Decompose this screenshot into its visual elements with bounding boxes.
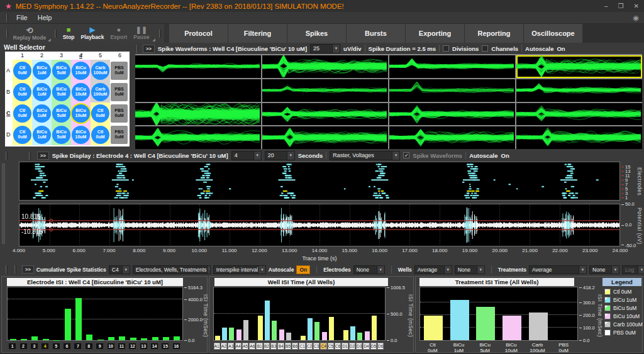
well-row-header[interactable]: C [6,110,11,116]
waveform-cell-12[interactable] [516,103,642,126]
autoscale-value[interactable]: On [557,45,565,52]
waveform-cell-1[interactable] [135,55,261,78]
well-column-header[interactable]: 2 [32,52,52,58]
wells-err-select[interactable]: None▼ [455,265,485,274]
stats-well-select[interactable]: C4▼ [109,265,130,274]
well-D2[interactable]: BiCu1uM [33,126,51,144]
well-D6[interactable]: PBS0uM [111,126,128,144]
waveform-cell-6[interactable] [262,79,388,102]
well-A2[interactable]: BiCu1uM [33,62,51,80]
well-row-header[interactable]: B [6,89,10,95]
log-select[interactable]: Log▼ [622,265,644,274]
well-isi-category-B4[interactable]: B4 [277,343,284,350]
electrode-isi-category-9[interactable]: 9 [96,343,104,350]
stats-grouping-select[interactable]: Electrodes, Wells, Treatments▼ [133,265,211,274]
well-column-header[interactable]: 4 [71,52,91,58]
toolbar-drag-handle[interactable] [6,30,8,38]
divisions-checkbox[interactable] [443,45,449,52]
electrode-isi-category-14[interactable]: 14 [150,343,158,350]
waveform-cell-13[interactable] [135,126,261,149]
toolbar-drag-handle[interactable] [55,30,57,38]
wells-avg-select[interactable]: Average▼ [414,265,452,274]
help-badge-icon[interactable]: ◉ [633,14,639,22]
autoscale-on-button[interactable]: On [296,265,310,274]
electrode-isi-category-8[interactable]: 8 [85,343,93,350]
toolbar-drag-handle[interactable] [159,30,161,38]
electrode-isi-category-3[interactable]: 3 [30,343,38,350]
collapse-button[interactable]: >> [143,45,155,53]
well-isi-category-D1[interactable]: D1 [341,343,348,350]
electrode-isi-category-7[interactable]: 7 [74,343,82,350]
tab-exporting[interactable]: Exporting [406,24,465,43]
well-isi-category-B6[interactable]: B6 [292,343,298,350]
panel-drag-handle[interactable] [14,265,16,274]
well-isi-category-C4[interactable]: C4 [320,343,326,350]
well-A5[interactable]: Carb100uM [91,62,109,80]
well-C1[interactable]: Ctl0uM [13,104,31,123]
well-B4[interactable]: BiCu10uM [72,83,90,101]
replay-mode-button[interactable]: ⟲ Replay Mode [11,24,48,43]
stats-metric-select[interactable]: Interspike interval▼ [213,265,266,274]
well-B2[interactable]: BiCu1uM [33,83,51,101]
menu-drag-handle[interactable] [6,14,8,22]
waveform-cell-9[interactable] [135,103,261,126]
group-expand-icon[interactable]: ◢ [48,37,51,41]
tab-bursts[interactable]: Bursts [347,24,406,43]
panel-drag-handle[interactable] [29,152,31,160]
well-column-header[interactable]: 3 [52,52,71,58]
maximize-button[interactable]: ❒ [618,3,624,9]
panel-drag-handle[interactable] [6,152,8,160]
waveform-cell-3[interactable] [389,55,515,78]
group-expand-icon[interactable]: ◢ [152,37,155,41]
well-column-header[interactable]: 1 [13,52,32,58]
autoscale-value[interactable]: On [501,152,509,159]
treatments-avg-select[interactable]: Average▼ [529,265,587,274]
electrode-isi-category-10[interactable]: 10 [107,343,115,350]
electrode-isi-category-4[interactable]: 4 [41,343,49,350]
well-C5[interactable]: Ctl0uM [91,104,109,123]
playback-button[interactable]: ▶Playback [78,24,108,43]
well-isi-category-C6[interactable]: C6 [335,343,341,350]
well-row-header[interactable]: D [6,131,11,138]
stop-button[interactable]: ■Stop [60,24,78,43]
well-C6[interactable]: PBS0uM [111,104,128,123]
well-isi-category-A1[interactable]: A1 [214,343,220,350]
close-button[interactable]: ✕ [634,3,639,9]
well-isi-category-D4[interactable]: D4 [363,343,369,350]
electrode-isi-category-12[interactable]: 12 [128,343,136,350]
well-column-header[interactable]: 6 [110,52,130,58]
electrodes-err-select[interactable]: None▼ [353,265,385,274]
waveform-cell-2[interactable] [262,55,388,78]
well-A1[interactable]: Ctl0uM [13,62,31,80]
menu-help[interactable]: Help [33,14,57,21]
well-A3[interactable]: BiCu5uM [52,62,70,80]
well-C2[interactable]: BiCu1uM [33,104,51,123]
electrode-select[interactable]: 4▼ [231,151,262,160]
well-isi-category-A2[interactable]: A2 [221,343,227,350]
well-isi-category-D5[interactable]: D5 [370,343,377,350]
waveform-cell-14[interactable] [262,126,388,149]
well-A6[interactable]: PBS0uM [111,62,128,80]
export-button[interactable]: ●Export [107,24,130,43]
tab-protocol[interactable]: Protocol [169,24,228,43]
treatments-err-select[interactable]: None▼ [589,265,619,274]
electrode-isi-category-11[interactable]: 11 [118,343,126,350]
waveform-cell-10[interactable] [262,103,388,126]
uv-div-select[interactable]: 25▼ [310,44,340,53]
collapse-button[interactable]: >> [22,265,34,274]
electrode-isi-category-16[interactable]: 16 [172,343,180,350]
waveform-cell-7[interactable] [389,79,515,102]
well-B6[interactable]: PBS0uM [111,83,128,101]
tab-oscilloscope[interactable]: Oscilloscope [524,24,583,43]
well-B3[interactable]: BiCu5uM [52,83,70,101]
well-isi-category-C3[interactable]: C3 [313,343,319,350]
pause-button[interactable]: ❚❚Pause [130,24,152,43]
well-isi-category-D6[interactable]: D6 [377,343,384,350]
display-mode-select[interactable]: Raster, Voltages▼ [330,151,400,160]
well-D5[interactable]: Ctl0uM [91,126,109,144]
waveform-cell-8[interactable] [516,79,642,102]
well-B5[interactable]: Carb100uM [91,83,109,101]
electrode-isi-category-5[interactable]: 5 [52,343,60,350]
well-isi-category-C5[interactable]: C5 [328,343,334,350]
waveform-cell-5[interactable] [135,79,261,102]
